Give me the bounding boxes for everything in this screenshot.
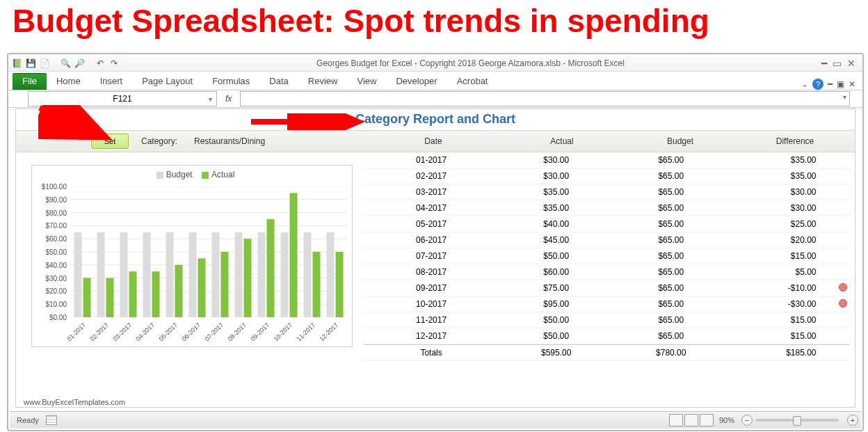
zoom-slider[interactable] bbox=[755, 419, 839, 422]
cell-totals-actual: $595.00 bbox=[499, 348, 613, 358]
help-icon[interactable]: ? bbox=[812, 79, 823, 90]
category-value: Restaurants/Dining bbox=[194, 136, 265, 146]
legend-swatch-actual bbox=[202, 172, 209, 179]
cell-difference: $35.00 bbox=[728, 171, 837, 181]
bar-actual bbox=[175, 265, 183, 317]
legend-swatch-budget bbox=[156, 172, 163, 179]
table-row[interactable]: 01-2017$30.00$65.00$35.00 bbox=[364, 152, 849, 168]
tab-acrobat[interactable]: Acrobat bbox=[447, 73, 498, 90]
zoom-out-button[interactable]: − bbox=[741, 415, 753, 426]
table-row[interactable]: 07-2017$50.00$65.00$15.00 bbox=[364, 248, 849, 264]
tab-insert[interactable]: Insert bbox=[90, 73, 133, 90]
cell-actual: $50.00 bbox=[499, 251, 613, 261]
alert-dot-icon bbox=[839, 283, 847, 291]
x-tick-label: 10-2017 bbox=[273, 321, 294, 342]
x-tick-label: 04-2017 bbox=[135, 321, 156, 342]
bar-actual bbox=[83, 278, 91, 317]
view-page-break-icon[interactable] bbox=[700, 414, 714, 426]
find-next-icon[interactable]: 🔎 bbox=[74, 58, 85, 69]
redo-icon[interactable]: ↷ bbox=[108, 58, 120, 69]
tab-review[interactable]: Review bbox=[298, 73, 348, 90]
tab-data[interactable]: Data bbox=[259, 73, 298, 90]
macro-record-icon[interactable] bbox=[46, 415, 57, 425]
tab-page-layout[interactable]: Page Layout bbox=[132, 73, 202, 90]
chart-box: Budget Actual $100.00$90.00$80.00$70.00$… bbox=[31, 165, 353, 347]
set-button[interactable]: Set bbox=[91, 134, 129, 149]
close-icon[interactable]: ✕ bbox=[847, 58, 855, 69]
bar-budget bbox=[74, 232, 82, 317]
x-tick-label: 07-2017 bbox=[204, 321, 225, 342]
x-tick-label: 08-2017 bbox=[227, 321, 248, 342]
view-switcher bbox=[669, 414, 714, 426]
cell-flag bbox=[837, 299, 849, 310]
tab-view[interactable]: View bbox=[347, 73, 386, 90]
cell-date: 04-2017 bbox=[364, 203, 499, 213]
cell-date: 09-2017 bbox=[364, 283, 499, 293]
y-tick-label: $80.00 bbox=[45, 209, 67, 216]
cell-actual: $30.00 bbox=[499, 171, 613, 181]
find-icon[interactable]: 🔍 bbox=[60, 58, 71, 69]
table-row[interactable]: 02-2017$30.00$65.00$35.00 bbox=[364, 168, 849, 184]
cell-actual: $45.00 bbox=[499, 235, 613, 245]
table-row[interactable]: 11-2017$50.00$65.00$15.00 bbox=[364, 312, 849, 328]
cell-budget: $65.00 bbox=[613, 155, 728, 165]
zoom-in-button[interactable]: + bbox=[847, 415, 858, 426]
window-title: Georges Budget for Excel - Copyright 201… bbox=[120, 58, 821, 68]
cell-totals-diff: $185.00 bbox=[728, 348, 837, 358]
cell-date: 11-2017 bbox=[364, 315, 499, 325]
bar-actual bbox=[152, 271, 160, 317]
cell-difference: $35.00 bbox=[728, 155, 837, 165]
cell-budget: $65.00 bbox=[613, 203, 728, 213]
view-page-layout-icon[interactable] bbox=[684, 414, 698, 426]
table-row[interactable]: 09-2017$75.00$65.00-$10.00 bbox=[364, 280, 849, 296]
cell-totals-budget: $780.00 bbox=[613, 348, 728, 358]
y-tick-label: $50.00 bbox=[45, 248, 67, 256]
header-row: Set Category: Restaurants/Dining Date Ac… bbox=[16, 130, 855, 152]
data-rows: 01-2017$30.00$65.00$35.0002-2017$30.00$6… bbox=[364, 152, 849, 406]
cell-totals-label: Totals bbox=[364, 348, 499, 358]
bar-actual bbox=[290, 193, 298, 317]
tab-file[interactable]: File bbox=[13, 73, 47, 90]
cell-difference: $25.00 bbox=[728, 219, 837, 229]
undo-icon[interactable]: ↶ bbox=[95, 58, 106, 69]
tab-developer[interactable]: Developer bbox=[386, 73, 447, 90]
view-normal-icon[interactable] bbox=[669, 414, 683, 426]
cell-difference: $15.00 bbox=[728, 251, 837, 261]
tab-home[interactable]: Home bbox=[47, 73, 90, 90]
restore-icon[interactable]: ▭ bbox=[833, 58, 842, 69]
window-restore-icon[interactable]: ▣ bbox=[837, 79, 844, 89]
titlebar: 📗 💾 📄 🔍 🔎 ↶ ↷ Georges Budget for Excel -… bbox=[8, 54, 862, 72]
zoom-level[interactable]: 90% bbox=[719, 416, 734, 424]
cell-date: 12-2017 bbox=[364, 331, 499, 341]
x-tick-label: 09-2017 bbox=[250, 321, 271, 342]
minimize-icon[interactable]: ━ bbox=[821, 58, 827, 69]
name-box[interactable]: F121 bbox=[28, 91, 217, 106]
bar-actual bbox=[221, 252, 229, 317]
table-row[interactable]: 05-2017$40.00$65.00$25.00 bbox=[364, 216, 849, 232]
save-icon[interactable]: 💾 bbox=[25, 58, 36, 69]
cell-date: 06-2017 bbox=[364, 235, 499, 245]
table-row[interactable]: 08-2017$60.00$65.00$5.00 bbox=[364, 264, 849, 280]
bar-budget bbox=[97, 232, 105, 317]
window-minimize-icon[interactable]: ━ bbox=[828, 79, 833, 89]
print-preview-icon[interactable]: 📄 bbox=[39, 58, 50, 69]
status-bar: Ready 90% − + bbox=[10, 411, 861, 429]
window-close-icon[interactable]: ✕ bbox=[849, 79, 855, 89]
quick-access-toolbar: 📗 💾 📄 🔍 🔎 ↶ ↷ bbox=[11, 58, 120, 69]
tab-formulas[interactable]: Formulas bbox=[202, 73, 259, 90]
ribbon-minimize-caret-icon[interactable]: ⌄ bbox=[801, 79, 808, 89]
table-row[interactable]: 03-2017$35.00$65.00$30.00 bbox=[364, 184, 849, 200]
cell-date: 01-2017 bbox=[364, 155, 499, 165]
y-tick-label: $70.00 bbox=[45, 222, 67, 230]
fx-label[interactable]: fx bbox=[225, 94, 232, 104]
table-row[interactable]: 04-2017$35.00$65.00$30.00 bbox=[364, 200, 849, 216]
worksheet-area: Category Report and Chart Set Category: … bbox=[15, 109, 855, 408]
cell-budget: $65.00 bbox=[613, 331, 728, 341]
bar-budget bbox=[143, 232, 151, 317]
x-tick-label: 02-2017 bbox=[89, 321, 110, 342]
table-row[interactable]: 12-2017$50.00$65.00$15.00 bbox=[364, 328, 849, 344]
table-row[interactable]: 10-2017$95.00$65.00-$30.00 bbox=[364, 296, 849, 312]
y-tick-label: $90.00 bbox=[45, 195, 67, 203]
table-row[interactable]: 06-2017$45.00$65.00$20.00 bbox=[364, 232, 849, 248]
formula-input[interactable] bbox=[240, 91, 850, 106]
